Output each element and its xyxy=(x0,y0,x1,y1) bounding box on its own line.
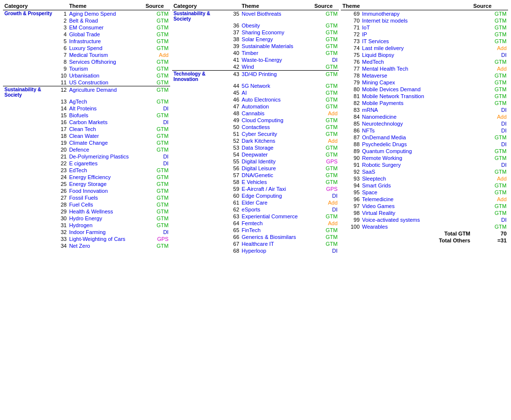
theme-cell[interactable]: Psychedelic Drugs xyxy=(360,141,472,148)
theme-cell[interactable]: Energy Storage xyxy=(68,181,144,187)
theme-cell[interactable]: Remote Working xyxy=(360,155,472,161)
theme-cell[interactable]: Solar Energy xyxy=(240,36,313,43)
theme-cell[interactable]: Defence xyxy=(68,146,144,153)
theme-cell[interactable]: Timber xyxy=(240,50,313,56)
theme-cell[interactable]: Elder Care xyxy=(240,199,313,206)
theme-cell[interactable]: US Construction xyxy=(68,79,144,86)
theme-cell[interactable]: Auto Electronics xyxy=(240,96,313,103)
theme-cell[interactable]: Carbon Markets xyxy=(68,119,144,126)
theme-cell[interactable]: IT Services xyxy=(360,38,472,45)
theme-cell[interactable]: Contactless xyxy=(240,124,313,131)
theme-cell[interactable]: Fuel Cells xyxy=(68,201,144,208)
theme-cell[interactable]: Digital Leisure xyxy=(240,165,313,172)
theme-cell[interactable]: Climate Change xyxy=(68,139,144,146)
theme-cell[interactable]: Mental Health Tech xyxy=(360,65,472,72)
theme-cell[interactable]: Smart Grids xyxy=(360,182,472,189)
theme-cell[interactable]: Automation xyxy=(240,103,313,110)
theme-cell[interactable]: Liquid Biopsy xyxy=(360,52,472,58)
theme-cell[interactable]: Agriculture Demand xyxy=(68,86,144,99)
theme-cell[interactable]: Generics & Biosimilars xyxy=(240,234,313,240)
theme-cell[interactable]: Fossil Fuels xyxy=(68,194,144,201)
theme-cell[interactable]: Sustainable Materials xyxy=(240,43,313,50)
theme-cell[interactable]: Voice-activated systems xyxy=(360,216,472,223)
theme-cell[interactable]: Deepwater xyxy=(240,151,313,158)
theme-cell[interactable]: Cloud Computing xyxy=(240,117,313,124)
theme-cell[interactable]: Video Games xyxy=(360,203,472,210)
theme-cell[interactable]: Food Innovation xyxy=(68,187,144,194)
theme-cell[interactable]: Cannabis xyxy=(240,110,313,117)
theme-cell[interactable]: Nanomedicine xyxy=(360,113,472,120)
theme-cell[interactable]: Healthcare IT xyxy=(240,240,313,247)
theme-cell[interactable]: Belt & Road xyxy=(68,17,144,24)
theme-cell[interactable]: NFTs xyxy=(360,127,472,134)
theme-cell[interactable]: Novel Biothreats xyxy=(240,10,313,23)
theme-cell[interactable]: Data Storage xyxy=(240,144,313,151)
theme-cell[interactable]: Net Zero xyxy=(68,242,144,249)
theme-cell[interactable]: Dark Kitchens xyxy=(240,137,313,144)
theme-cell[interactable]: Obesity xyxy=(240,22,313,29)
theme-cell[interactable]: Edge Computing xyxy=(240,192,313,199)
theme-cell[interactable]: MedTech xyxy=(360,58,472,65)
theme-cell[interactable]: Light-Weighting of Cars xyxy=(68,236,144,242)
theme-cell[interactable]: Global Trade xyxy=(68,31,144,38)
theme-cell[interactable]: 5G Network xyxy=(240,82,313,89)
theme-cell[interactable]: Neurotechnology xyxy=(360,120,472,127)
theme-cell[interactable]: Robotic Surgery xyxy=(360,161,472,168)
theme-cell[interactable]: Mobile Devices Demand xyxy=(360,86,472,93)
theme-cell[interactable]: Clean Tech xyxy=(68,126,144,132)
theme-cell[interactable]: Digital Identity xyxy=(240,158,313,165)
theme-cell[interactable]: Wind xyxy=(240,63,313,71)
theme-cell[interactable]: Urbanisation xyxy=(68,72,144,79)
theme-cell[interactable]: Last mile delivery xyxy=(360,45,472,52)
theme-cell[interactable]: IP xyxy=(360,31,472,38)
theme-cell[interactable]: Cyber Security xyxy=(240,131,313,137)
theme-cell[interactable]: OnDemand Media xyxy=(360,134,472,141)
theme-cell[interactable]: Sharing Economy xyxy=(240,29,313,36)
theme-cell[interactable]: IoT xyxy=(360,24,472,31)
theme-cell[interactable]: EdTech xyxy=(68,167,144,174)
theme-cell[interactable]: Wearables xyxy=(360,223,472,230)
theme-cell[interactable]: Biofuels xyxy=(68,112,144,119)
theme-cell[interactable]: Waste-to-Energy xyxy=(240,56,313,63)
theme-cell[interactable]: SaaS xyxy=(360,168,472,175)
theme-cell[interactable]: Mobile Payments xyxy=(360,100,472,106)
theme-cell[interactable]: Mining Capex xyxy=(360,79,472,86)
theme-cell[interactable]: eSports xyxy=(240,206,313,213)
theme-cell[interactable]: Tourism xyxy=(68,65,144,72)
theme-cell[interactable]: Femtech xyxy=(240,220,313,227)
theme-cell[interactable]: Internet biz models xyxy=(360,17,472,24)
theme-cell[interactable]: Indoor Farming xyxy=(68,229,144,236)
theme-cell[interactable]: Sleeptech xyxy=(360,175,472,182)
theme-cell[interactable]: Alt Proteins xyxy=(68,105,144,112)
theme-cell[interactable]: De-Polymerizing Plastics xyxy=(68,153,144,160)
theme-cell[interactable]: 3D/4D Printing xyxy=(240,71,313,83)
theme-cell[interactable]: E cigarettes xyxy=(68,160,144,167)
theme-cell[interactable]: Hydro Energy xyxy=(68,215,144,222)
theme-cell[interactable]: Telemedicine xyxy=(360,196,472,203)
theme-cell[interactable]: Hyperloop xyxy=(240,247,313,254)
theme-cell[interactable]: Immunotherapy xyxy=(360,10,472,18)
theme-cell[interactable]: Hydrogen xyxy=(68,222,144,229)
theme-cell[interactable]: Luxury Spend xyxy=(68,45,144,52)
theme-cell[interactable]: EM Consumer xyxy=(68,24,144,31)
theme-cell[interactable]: Experiential Commerce xyxy=(240,213,313,220)
theme-cell[interactable]: Mobile Network Transition xyxy=(360,93,472,100)
theme-cell[interactable]: Quantum Computing xyxy=(360,148,472,155)
theme-cell[interactable]: Energy Efficiency xyxy=(68,174,144,181)
theme-cell[interactable]: Infrastructure xyxy=(68,38,144,45)
theme-cell[interactable]: FinTech xyxy=(240,227,313,234)
theme-cell[interactable]: Medical Tourism xyxy=(68,52,144,58)
theme-cell[interactable]: Aging Demo Spend xyxy=(68,10,144,18)
theme-cell[interactable]: AgTech xyxy=(68,98,144,105)
theme-cell[interactable]: E Vehicles xyxy=(240,179,313,185)
theme-cell[interactable]: DNA/Genetic xyxy=(240,172,313,179)
theme-cell[interactable]: Clean Water xyxy=(68,132,144,139)
theme-cell[interactable]: Metaverse xyxy=(360,72,472,79)
theme-cell[interactable]: AI xyxy=(240,89,313,96)
theme-cell[interactable]: E-Aircraft / Air Taxi xyxy=(240,185,313,192)
theme-cell[interactable]: Space xyxy=(360,189,472,196)
theme-cell[interactable]: Health & Wellness xyxy=(68,208,144,215)
theme-cell[interactable]: Services Offshoring xyxy=(68,58,144,65)
theme-cell[interactable]: mRNA xyxy=(360,106,472,113)
theme-cell[interactable]: Virtual Reality xyxy=(360,210,472,216)
